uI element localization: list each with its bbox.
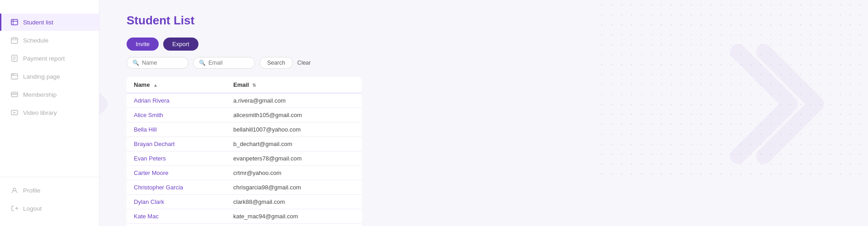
sidebar-bottom: Profile Logout — [0, 177, 99, 217]
sidebar-label-student-list: Student list — [23, 19, 53, 26]
student-name-cell[interactable]: Carter Moore — [127, 166, 226, 180]
name-search-icon: 🔍 — [132, 60, 139, 66]
sidebar-item-landing-page[interactable]: Landing page — [0, 68, 99, 85]
email-search-icon: 🔍 — [199, 60, 206, 66]
table-row: Alice Smithalicesmith105@gmail.com — [127, 108, 362, 122]
sidebar-nav: Student list Schedule — [0, 9, 99, 177]
table-row: Leo Floreslflo_91@gmail.com — [127, 224, 362, 226]
sidebar-item-membership[interactable]: Membership — [0, 86, 99, 103]
sidebar-item-profile[interactable]: Profile — [0, 182, 99, 199]
sidebar-item-student-list[interactable]: Student list — [0, 14, 99, 31]
student-name-cell[interactable]: Alice Smith — [127, 108, 226, 122]
svg-point-13 — [12, 74, 13, 75]
name-search-input[interactable] — [142, 60, 183, 66]
sidebar-label-membership: Membership — [23, 91, 57, 98]
sidebar-item-logout[interactable]: Logout — [0, 200, 99, 217]
student-email-cell: evanpeters78@gmail.com — [226, 151, 362, 166]
landing-page-icon — [10, 72, 19, 80]
table-row: Christopher Garciachrisgarcia98@gmail.co… — [127, 180, 362, 195]
student-list-icon — [10, 18, 19, 26]
student-email-cell: kate_mac94@gmail.com — [226, 209, 362, 224]
svg-point-19 — [13, 188, 16, 191]
sidebar-label-video-library: Video library — [23, 109, 57, 116]
sidebar-item-payment-report[interactable]: Payment report — [0, 50, 99, 67]
student-name-cell[interactable]: Evan Peters — [127, 151, 226, 166]
sidebar-label-schedule: Schedule — [23, 37, 48, 44]
student-email-cell: lflo_91@gmail.com — [226, 224, 362, 226]
student-email-cell: crtmr@yahoo.com — [226, 166, 362, 180]
student-email-cell: a.rivera@gmail.com — [226, 93, 362, 108]
student-email-cell: clark88@gmail.com — [226, 195, 362, 209]
table-body: Adrian Riveraa.rivera@gmail.comAlice Smi… — [127, 93, 362, 226]
membership-icon — [10, 90, 19, 99]
video-library-icon — [10, 108, 19, 117]
email-sort-icon: ⇅ — [252, 83, 256, 88]
col-header-email[interactable]: Email ⇅ — [226, 77, 362, 93]
name-sort-icon: ▲ — [153, 83, 158, 88]
sidebar-label-payment-report: Payment report — [23, 55, 65, 62]
clear-button[interactable]: Clear — [297, 60, 311, 66]
sidebar-item-schedule[interactable]: Schedule — [0, 32, 99, 49]
svg-point-14 — [13, 74, 14, 75]
table-row: Adrian Riveraa.rivera@gmail.com — [127, 93, 362, 108]
table-header-row: Name ▲ Email ⇅ — [127, 77, 362, 93]
student-email-cell: alicesmith105@gmail.com — [226, 108, 362, 122]
email-search-input[interactable] — [208, 60, 249, 66]
student-email-cell: bellahill1007@yahoo.com — [226, 122, 362, 137]
student-name-cell[interactable]: Kate Mac — [127, 209, 226, 224]
col-header-name[interactable]: Name ▲ — [127, 77, 226, 93]
student-name-cell[interactable]: Dylan Clark — [127, 195, 226, 209]
email-search-wrap: 🔍 — [193, 57, 255, 69]
sidebar-label-logout: Logout — [23, 205, 42, 212]
page-title: Student List — [127, 14, 841, 28]
student-name-cell[interactable]: Leo Flores — [127, 224, 226, 226]
schedule-icon — [10, 36, 19, 44]
svg-rect-3 — [11, 38, 18, 43]
student-name-cell[interactable]: Brayan Dechart — [127, 137, 226, 151]
student-email-cell: b_dechart@gmail.com — [226, 137, 362, 151]
table-row: Brayan Dechartb_dechart@gmail.com — [127, 137, 362, 151]
table-row: Evan Petersevanpeters78@gmail.com — [127, 151, 362, 166]
table-row: Dylan Clarkclark88@gmail.com — [127, 195, 362, 209]
export-button[interactable]: Export — [163, 38, 198, 51]
name-search-wrap: 🔍 — [127, 57, 189, 69]
student-email-cell: chrisgarcia98@gmail.com — [226, 180, 362, 195]
table-row: Kate Mackate_mac94@gmail.com — [127, 209, 362, 224]
svg-marker-18 — [14, 112, 16, 113]
invite-button[interactable]: Invite — [127, 38, 159, 51]
search-button[interactable]: Search — [259, 57, 293, 69]
main-content: Student List Invite Export 🔍 🔍 Search Cl… — [99, 0, 868, 226]
table-row: Carter Moorecrtmr@yahoo.com — [127, 166, 362, 180]
payment-report-icon — [10, 54, 19, 62]
search-bar: 🔍 🔍 Search Clear — [127, 57, 841, 69]
student-table: Name ▲ Email ⇅ Adrian Riveraa.rivera@gma… — [127, 77, 362, 226]
logout-icon — [10, 204, 19, 212]
table-row: Bella Hillbellahill1007@yahoo.com — [127, 122, 362, 137]
sidebar-item-video-library[interactable]: Video library — [0, 104, 99, 121]
profile-icon — [10, 186, 19, 194]
action-bar: Invite Export — [127, 38, 841, 51]
student-name-cell[interactable]: Christopher Garcia — [127, 180, 226, 195]
svg-rect-0 — [11, 19, 18, 25]
sidebar-label-profile: Profile — [23, 187, 40, 194]
student-name-cell[interactable]: Bella Hill — [127, 122, 226, 137]
sidebar-label-landing-page: Landing page — [23, 73, 60, 80]
student-name-cell[interactable]: Adrian Rivera — [127, 93, 226, 108]
sidebar: Student list Schedule — [0, 0, 99, 226]
